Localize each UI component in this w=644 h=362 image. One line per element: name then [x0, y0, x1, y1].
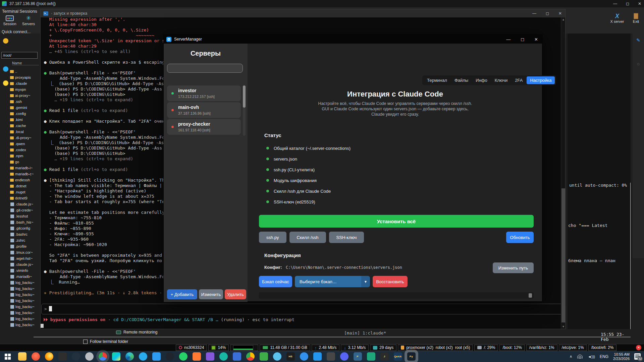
- tree-item[interactable]: log_backu~: [10, 292, 44, 298]
- language-indicator[interactable]: ENG: [600, 354, 608, 359]
- taskbar-app-icon[interactable]: HS: [286, 352, 295, 361]
- tree-item[interactable]: log_backu~: [10, 316, 44, 322]
- tree-item[interactable]: proxyapis: [10, 74, 44, 80]
- tree-item[interactable]: .kimi: [10, 117, 44, 123]
- tree-item[interactable]: .bash_his~: [10, 219, 44, 225]
- taskbar-app-icon[interactable]: [58, 352, 67, 361]
- tree-item[interactable]: .qwen: [10, 141, 44, 147]
- tree-item[interactable]: .ssh: [10, 99, 44, 105]
- taskbar-app-icon[interactable]: P: [354, 352, 362, 361]
- taskbar-app-icon[interactable]: [45, 352, 53, 361]
- tree-item[interactable]: .lesshst: [10, 213, 44, 219]
- server-search-input[interactable]: [167, 64, 243, 73]
- sm-minimize-icon[interactable]: —: [506, 37, 511, 42]
- server-list-item[interactable]: main-ovh 37.187.136.86 [ssh]: [167, 102, 241, 118]
- tab[interactable]: Настройка: [527, 76, 555, 84]
- tree-item[interactable]: .dotnet: [10, 183, 44, 189]
- telegram-icon[interactable]: [3, 66, 8, 72]
- star-icon[interactable]: [3, 38, 8, 44]
- taskbar-app-icon[interactable]: [112, 352, 120, 361]
- tree-item[interactable]: .npm: [10, 153, 44, 159]
- menu-sessions[interactable]: Sessions: [19, 9, 37, 14]
- quick-connect-label[interactable]: Quick connect...: [2, 29, 31, 34]
- component-button[interactable]: ssh.py: [259, 232, 286, 243]
- start-button[interactable]: [0, 351, 15, 362]
- tree-item[interactable]: .claude: [10, 80, 44, 86]
- server-list-scrollbar[interactable]: [243, 85, 246, 136]
- tree-item[interactable]: endlessh: [10, 177, 44, 183]
- taskbar-app-icon[interactable]: [32, 352, 40, 361]
- server-list-item[interactable]: proxy-checker 161.97.118.40 [ssh]: [167, 119, 241, 135]
- menu-terminal[interactable]: Terminal: [2, 9, 18, 14]
- tree-item[interactable]: .gitconfig: [10, 225, 44, 231]
- taskbar-app-icon[interactable]: [18, 352, 26, 361]
- output-bar[interactable]: [259, 292, 534, 299]
- add-server-button[interactable]: + Добавить: [167, 289, 197, 299]
- tree-item[interactable]: log_backu~: [10, 304, 44, 310]
- tree-item[interactable]: .viminfo: [10, 267, 44, 274]
- tree-item[interactable]: .local: [10, 129, 44, 135]
- scrollbar-thumb[interactable]: [561, 188, 565, 322]
- taskbar-app-icon[interactable]: [99, 352, 107, 361]
- tree-item[interactable]: log_backu~: [10, 298, 44, 304]
- tree-item[interactable]: .config: [10, 111, 44, 117]
- tree-item[interactable]: go: [10, 159, 44, 165]
- terminal-close-icon[interactable]: ✕: [558, 11, 562, 16]
- taskbar-app-icon[interactable]: [246, 352, 255, 361]
- server-list-item[interactable]: investor 173.212.212.157 [ssh]: [167, 85, 241, 101]
- tree-item[interactable]: ai-proxy~: [10, 93, 44, 99]
- tree-item[interactable]: log_backu~: [10, 322, 44, 328]
- taskbar-app-icon[interactable]: [193, 352, 201, 361]
- taskbar-app-icon[interactable]: [340, 352, 348, 361]
- wifi-icon[interactable]: [577, 354, 583, 359]
- tree-item[interactable]: .nuget: [10, 189, 44, 195]
- delete-server-button[interactable]: Удалить: [225, 289, 246, 299]
- taskbar-app-icon[interactable]: [367, 352, 375, 361]
- tree-item[interactable]: log_backu~: [10, 310, 44, 316]
- tree-item[interactable]: .zshrc: [10, 237, 44, 243]
- tree-item[interactable]: log_backu~: [10, 286, 44, 292]
- sm-close-icon[interactable]: ✕: [534, 37, 538, 42]
- tree-item[interactable]: .profile: [10, 243, 44, 249]
- yellow-ball-icon[interactable]: [3, 80, 8, 86]
- minimize-icon[interactable]: —: [613, 1, 617, 6]
- edit-server-button[interactable]: Изменить: [199, 289, 223, 299]
- output-bar-thumb[interactable]: [529, 293, 532, 298]
- tab[interactable]: Инфо: [472, 76, 490, 84]
- pen-icon[interactable]: ✎: [633, 38, 644, 43]
- taskbar-app-icon[interactable]: [260, 352, 268, 361]
- taskbar-app-icon[interactable]: [273, 352, 281, 361]
- restore-button[interactable]: Восстановить: [373, 276, 408, 287]
- component-button[interactable]: SSH-ключ: [329, 232, 364, 243]
- taskbar-app-icon[interactable]: [85, 352, 94, 361]
- volume-icon[interactable]: ◄))): [588, 355, 595, 359]
- tree-item[interactable]: dotnet9: [10, 195, 44, 201]
- taskbar-app-icon[interactable]: [152, 352, 161, 361]
- taskbar-clock[interactable]: 10:55 AM 2/23/2026: [613, 352, 630, 361]
- tree-item[interactable]: .claude.js~: [10, 201, 44, 207]
- tree-item[interactable]: .cache: [10, 123, 44, 129]
- taskbar-app-icon[interactable]: [166, 352, 174, 361]
- tree-item[interactable]: .wget-hst~: [10, 255, 44, 261]
- taskbar-app-icon[interactable]: [206, 352, 214, 361]
- tree-item[interactable]: mariadb-c~: [10, 171, 44, 177]
- backup-select[interactable]: Выберите бэкап… ▼: [295, 276, 370, 287]
- tab[interactable]: Файлы: [451, 76, 472, 84]
- x-server-button[interactable]: X X server: [608, 13, 627, 23]
- tree-item[interactable]: .claude.js~: [10, 261, 44, 267]
- statusbar-close-icon[interactable]: ✕: [636, 345, 641, 350]
- checkbox-icon[interactable]: [83, 340, 88, 344]
- remote-monitoring-button[interactable]: Remote monitoring: [116, 330, 157, 335]
- taskbar-app-icon[interactable]: [219, 352, 228, 361]
- follow-folder-checkbox[interactable]: Follow terminal folder: [83, 339, 128, 344]
- terminal-minimize-icon[interactable]: —: [532, 11, 536, 16]
- taskbar-app-icon[interactable]: [300, 352, 308, 361]
- tree-item[interactable]: ..: [10, 68, 44, 74]
- circle-icon[interactable]: ◌: [633, 61, 644, 66]
- taskbar-app-icon[interactable]: [313, 352, 322, 361]
- tree-item[interactable]: log_backu~: [10, 280, 44, 286]
- terminal-maximize-icon[interactable]: ◻: [546, 11, 549, 16]
- tree-item[interactable]: .di-proxy~: [10, 135, 44, 141]
- tree-item[interactable]: mariadb-i~: [10, 165, 44, 171]
- session-button[interactable]: Session: [0, 15, 19, 26]
